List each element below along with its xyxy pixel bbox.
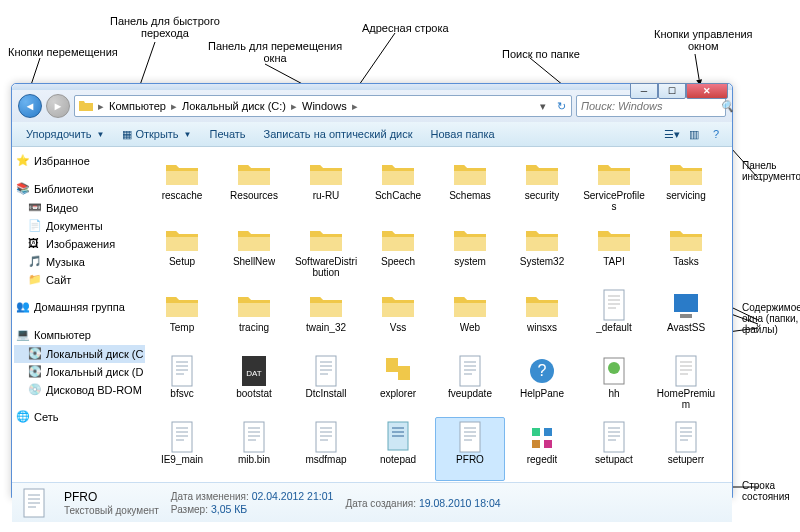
- item-serviceprofiles[interactable]: ServiceProfiles: [579, 153, 649, 217]
- nav-libraries[interactable]: 📚Библиотеки: [14, 179, 145, 199]
- nav-lib-video[interactable]: 📼Видео: [14, 199, 145, 217]
- item-schcache[interactable]: SchCache: [363, 153, 433, 217]
- item-tracing[interactable]: tracing: [219, 285, 289, 349]
- crumb-windows[interactable]: Windows: [298, 96, 351, 116]
- item-system32[interactable]: System32: [507, 219, 577, 283]
- item-twain-32[interactable]: twain_32: [291, 285, 361, 349]
- svg-rect-35: [604, 422, 624, 452]
- folder-icon: [380, 222, 416, 256]
- item-tasks[interactable]: Tasks: [651, 219, 721, 283]
- ann-window-ctrls: Кнопки управления окном: [654, 28, 753, 52]
- refresh-button[interactable]: ↻: [551, 100, 571, 113]
- preview-pane-button[interactable]: ▥: [684, 125, 704, 143]
- address-bar[interactable]: ▸ Компьютер ▸ Локальный диск (C:) ▸ Wind…: [74, 95, 572, 117]
- item-shellnew[interactable]: ShellNew: [219, 219, 289, 283]
- search-input[interactable]: [581, 100, 720, 112]
- item-tapi[interactable]: TAPI: [579, 219, 649, 283]
- nav-computer[interactable]: 💻Компьютер: [14, 325, 145, 345]
- crumb-computer[interactable]: Компьютер: [105, 96, 170, 116]
- maximize-button[interactable]: ☐: [658, 83, 686, 99]
- item-vss[interactable]: Vss: [363, 285, 433, 349]
- item-fveupdate[interactable]: fveupdate: [435, 351, 505, 415]
- crumb-drive[interactable]: Локальный диск (C:): [178, 96, 290, 116]
- item-pfro[interactable]: PFRO: [435, 417, 505, 481]
- ann-nav-buttons: Кнопки перемещения: [8, 46, 118, 58]
- nav-lib-music[interactable]: 🎵Музыка: [14, 253, 145, 271]
- item-label: twain_32: [306, 322, 346, 333]
- nav-drive-d[interactable]: 💽Локальный диск (D: [14, 363, 145, 381]
- address-dropdown[interactable]: ▾: [535, 100, 551, 113]
- item-regedit[interactable]: regedit: [507, 417, 577, 481]
- nav-lib-site[interactable]: 📁Сайт: [14, 271, 145, 289]
- item-dtcinstall[interactable]: DtcInstall: [291, 351, 361, 415]
- item-speech[interactable]: Speech: [363, 219, 433, 283]
- svg-rect-34: [544, 440, 552, 448]
- organize-button[interactable]: Упорядочить▼: [18, 126, 112, 142]
- folder-icon: [524, 156, 560, 190]
- item-setup[interactable]: Setup: [147, 219, 217, 283]
- item-system[interactable]: system: [435, 219, 505, 283]
- item-label: _default: [596, 322, 632, 333]
- titlebar[interactable]: ─ ☐ ✕: [12, 84, 732, 90]
- nav-homegroup[interactable]: 👥Домашняя группа: [14, 297, 145, 317]
- item-label: ru-RU: [313, 190, 340, 201]
- nav-network[interactable]: 🌐Сеть: [14, 407, 145, 427]
- item-setupact[interactable]: setupact: [579, 417, 649, 481]
- item-bootstat[interactable]: DATbootstat: [219, 351, 289, 415]
- item-label: System32: [520, 256, 564, 267]
- item-ie9-main[interactable]: IE9_main: [147, 417, 217, 481]
- back-button[interactable]: ◄: [18, 94, 42, 118]
- burn-button[interactable]: Записать на оптический диск: [256, 126, 421, 142]
- close-button[interactable]: ✕: [686, 83, 728, 99]
- print-button[interactable]: Печать: [202, 126, 254, 142]
- item-label: servicing: [666, 190, 705, 201]
- nav-favorites[interactable]: ⭐Избранное: [14, 151, 145, 171]
- item-label: Temp: [170, 322, 194, 333]
- folder-icon: [308, 222, 344, 256]
- view-options-button[interactable]: ☰▾: [662, 125, 682, 143]
- item-notepad[interactable]: notepad: [363, 417, 433, 481]
- item-label: notepad: [380, 454, 416, 465]
- item-hh[interactable]: hh: [579, 351, 649, 415]
- svg-rect-26: [172, 422, 192, 452]
- item-setuperr[interactable]: setuperr: [651, 417, 721, 481]
- file-icon: [380, 420, 416, 454]
- nav-drive-bd[interactable]: 💿Дисковод BD-ROM: [14, 381, 145, 399]
- item-mib-bin[interactable]: mib.bin: [219, 417, 289, 481]
- open-button[interactable]: ▦Открыть▼: [114, 126, 199, 143]
- minimize-button[interactable]: ─: [630, 83, 658, 99]
- content-area[interactable]: rescacheResourcesru-RUSchCacheSchemassec…: [147, 147, 732, 482]
- item-bfsvc[interactable]: bfsvc: [147, 351, 217, 415]
- item-label: PFRO: [456, 454, 484, 465]
- svg-rect-18: [386, 358, 398, 372]
- item-ru-ru[interactable]: ru-RU: [291, 153, 361, 217]
- help-button[interactable]: ?: [706, 125, 726, 143]
- file-icon: [308, 354, 344, 388]
- item-avastss[interactable]: AvastSS: [651, 285, 721, 349]
- nav-lib-images[interactable]: 🖼Изображения: [14, 235, 145, 253]
- item-servicing[interactable]: servicing: [651, 153, 721, 217]
- item-homepremium[interactable]: HomePremium: [651, 351, 721, 415]
- svg-text:?: ?: [538, 362, 547, 379]
- nav-lib-docs[interactable]: 📄Документы: [14, 217, 145, 235]
- status-file-icon: [20, 487, 52, 519]
- item-softwaredistribution[interactable]: SoftwareDistribution: [291, 219, 361, 283]
- item-schemas[interactable]: Schemas: [435, 153, 505, 217]
- item-winsxs[interactable]: winsxs: [507, 285, 577, 349]
- item-rescache[interactable]: rescache: [147, 153, 217, 217]
- item--default[interactable]: _default: [579, 285, 649, 349]
- newfolder-button[interactable]: Новая папка: [423, 126, 503, 142]
- item-label: HelpPane: [520, 388, 564, 399]
- nav-drive-c[interactable]: 💽Локальный диск (C: [14, 345, 145, 363]
- item-security[interactable]: security: [507, 153, 577, 217]
- item-msdfmap[interactable]: msdfmap: [291, 417, 361, 481]
- item-web[interactable]: Web: [435, 285, 505, 349]
- file-icon: [452, 354, 488, 388]
- item-explorer[interactable]: explorer: [363, 351, 433, 415]
- item-temp[interactable]: Temp: [147, 285, 217, 349]
- item-resources[interactable]: Resources: [219, 153, 289, 217]
- forward-button[interactable]: ►: [46, 94, 70, 118]
- item-helppane[interactable]: ?HelpPane: [507, 351, 577, 415]
- item-label: regedit: [527, 454, 558, 465]
- svg-rect-32: [544, 428, 552, 436]
